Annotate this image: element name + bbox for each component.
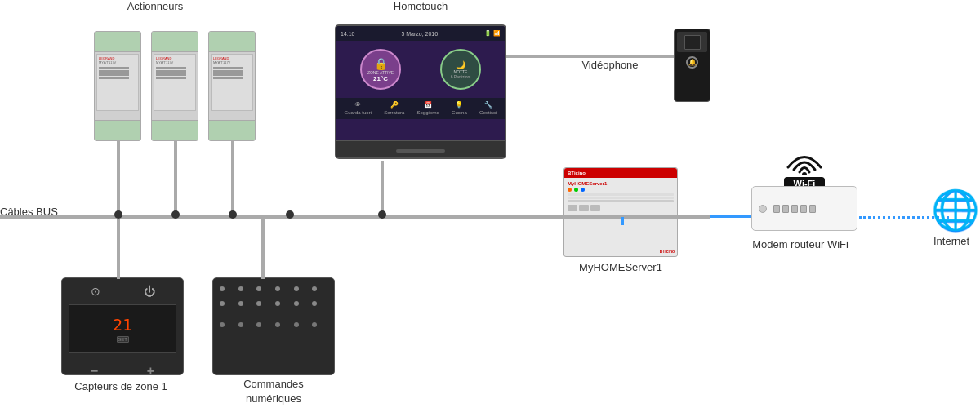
bus-dot-5 <box>378 210 386 219</box>
bus-dot-2 <box>172 210 180 219</box>
videophone-label: Vidéophone <box>557 59 663 71</box>
bus-dot-3 <box>229 210 237 219</box>
myhomeserver-label: MyHOMEServer1 <box>564 261 678 273</box>
hometouch-label: Hometouch <box>368 0 474 12</box>
modem-label: Modem routeur WiFi <box>735 238 866 250</box>
commandes-device <box>212 277 335 375</box>
v-connector-server <box>621 217 624 225</box>
h-connector-videophone <box>506 55 674 58</box>
v-connector-2 <box>174 141 177 217</box>
v-connector-commandes <box>261 217 265 279</box>
router-device <box>751 186 858 231</box>
v-connector-3 <box>231 141 234 217</box>
actionneurs-label: Actionneurs <box>98 0 212 12</box>
wifi-icon-area: Wi-Fi <box>784 143 825 190</box>
capteur-device: ⊙ ⏻ 21 SET − + <box>61 277 184 375</box>
v-connector-capteur <box>117 217 120 279</box>
v-connector-hometouch <box>381 161 384 215</box>
hometouch-device: 14:10 5 Marzo, 2016 🔋 📶 🔒 ZONE ATTIVE 21… <box>335 24 506 159</box>
internet-label: Internet <box>923 235 980 247</box>
v-connector-1 <box>117 141 120 217</box>
actuator-3: LEGRAND MYA/T117V <box>208 31 256 141</box>
bus-dot-1 <box>114 210 122 219</box>
actuator-1: LEGRAND MYA/T117V <box>94 31 141 141</box>
svg-point-0 <box>802 172 807 175</box>
actuator-2: LEGRAND MYA/T117V <box>151 31 198 141</box>
internet-globe: 🌐 <box>931 188 980 233</box>
capteur-label: Capteurs de zone 1 <box>56 380 186 392</box>
bus-dot-4 <box>286 210 294 219</box>
videophone-device: 🔔 <box>674 29 710 102</box>
commandes-label: Commandesnumériques <box>208 377 339 406</box>
myhomeserver-device: BTicino MyHOMEServer1 BTicino <box>564 167 678 257</box>
bus-cable <box>0 215 710 219</box>
